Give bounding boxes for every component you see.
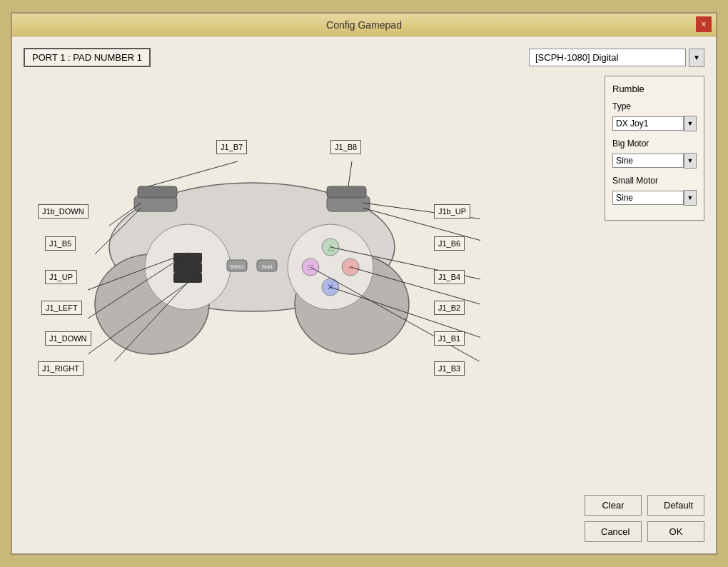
svg-rect-6: [327, 186, 366, 198]
port-label: PORT 1 : PAD NUMBER 1: [24, 48, 151, 67]
big-motor-select[interactable]: Sine: [612, 154, 684, 168]
gamepad-area: △ ○ ✕ □ Select: [24, 76, 590, 542]
type-select-wrap: DX Joy1 ▼: [612, 116, 697, 131]
right-panel: Rumble Type DX Joy1 ▼ Big Motor: [605, 76, 704, 542]
main-content: PORT 1 : PAD NUMBER 1 ▼: [12, 36, 716, 553]
top-bar: PORT 1 : PAD NUMBER 1 ▼: [24, 48, 704, 67]
ok-button[interactable]: OK: [647, 521, 704, 542]
window-title: Config Gamepad: [326, 19, 402, 31]
title-bar: Config Gamepad ×: [12, 14, 716, 36]
svg-rect-4: [138, 186, 177, 198]
label-j1-left[interactable]: J1_LEFT: [41, 301, 82, 315]
type-row: Type DX Joy1 ▼: [612, 101, 697, 131]
type-label: Type: [612, 101, 697, 111]
label-j1b-up[interactable]: J1b_UP: [434, 204, 470, 219]
big-motor-select-arrow[interactable]: ▼: [684, 153, 697, 169]
label-j1b7[interactable]: J1_B7: [216, 140, 247, 154]
device-select-input[interactable]: [529, 49, 686, 66]
cancel-button[interactable]: Cancel: [585, 521, 642, 542]
svg-text:Start: Start: [262, 264, 273, 269]
big-motor-label: Big Motor: [612, 139, 697, 149]
close-button[interactable]: ×: [696, 16, 712, 32]
device-select-wrap: ▼: [529, 49, 704, 67]
small-motor-select[interactable]: Sine: [612, 191, 684, 205]
rumble-box: Rumble Type DX Joy1 ▼ Big Motor: [605, 76, 704, 221]
config-gamepad-window: Config Gamepad × PORT 1 : PAD NUMBER 1 ▼: [11, 12, 717, 555]
rumble-title: Rumble: [612, 84, 697, 94]
small-motor-select-arrow[interactable]: ▼: [684, 190, 697, 206]
label-j1b2[interactable]: J1_B2: [434, 301, 465, 315]
clear-button[interactable]: Clear: [585, 495, 642, 516]
label-j1b4[interactable]: J1_B4: [434, 270, 465, 284]
svg-text:Select: Select: [230, 264, 244, 269]
small-motor-label: Small Motor: [612, 176, 697, 186]
small-motor-select-wrap: Sine ▼: [612, 190, 697, 206]
label-j1b6[interactable]: J1_B6: [434, 236, 465, 251]
device-select-arrow[interactable]: ▼: [689, 49, 704, 67]
label-j1-right[interactable]: J1_RIGHT: [38, 361, 84, 376]
label-j1b3[interactable]: J1_B3: [434, 361, 465, 376]
svg-line-25: [148, 161, 238, 186]
big-motor-row: Big Motor Sine ▼: [612, 139, 697, 169]
label-j1-down[interactable]: J1_DOWN: [45, 331, 91, 346]
big-motor-select-wrap: Sine ▼: [612, 153, 697, 169]
type-select[interactable]: DX Joy1: [612, 116, 684, 131]
svg-rect-11: [179, 253, 196, 283]
svg-line-26: [348, 161, 352, 186]
label-j1b5[interactable]: J1_B5: [45, 236, 76, 251]
label-j1b1[interactable]: J1_B1: [434, 331, 465, 346]
label-j1b8[interactable]: J1_B8: [330, 140, 361, 154]
gamepad-svg: △ ○ ✕ □ Select: [24, 76, 480, 361]
gamepad-svg-container: △ ○ ✕ □ Select: [24, 76, 590, 542]
label-j1-up[interactable]: J1_UP: [45, 270, 77, 284]
default-button[interactable]: Default: [647, 495, 704, 516]
main-area: △ ○ ✕ □ Select: [24, 76, 704, 542]
small-motor-row: Small Motor Sine ▼: [612, 176, 697, 206]
type-select-arrow[interactable]: ▼: [684, 116, 697, 131]
label-j1b-down[interactable]: J1b_DOWN: [38, 204, 89, 219]
